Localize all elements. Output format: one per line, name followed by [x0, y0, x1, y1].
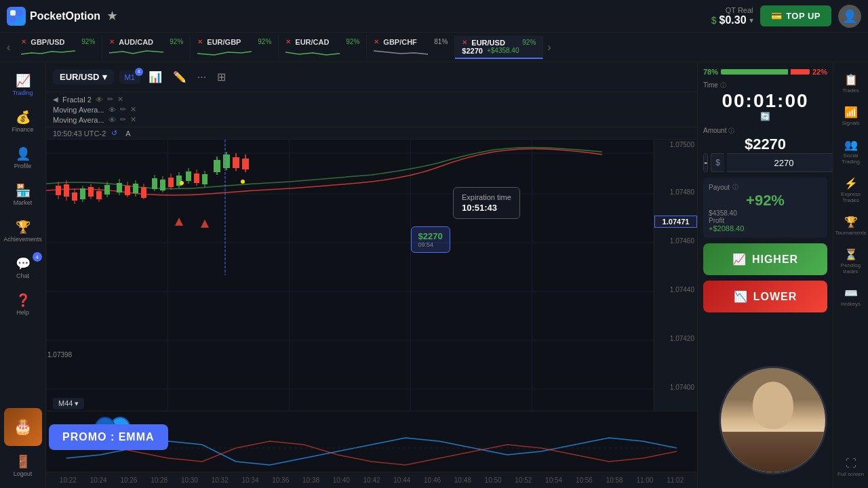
- sidebar-label-trading: Trading: [12, 89, 33, 96]
- sidebar-item-market[interactable]: 🏪 Market: [3, 178, 43, 211]
- lower-btn[interactable]: 📉 LOWER: [703, 281, 827, 312]
- more-icon[interactable]: ···: [195, 68, 209, 86]
- time-tick-6: 10:34: [235, 476, 266, 484]
- far-right-hotkeys[interactable]: ⌨️ Hotkeys: [835, 281, 867, 312]
- far-right-fullscreen[interactable]: ⛶ Full screen: [835, 452, 867, 483]
- indicator-name-1: Moving Avera...: [53, 106, 104, 114]
- payout-label: Payout ⓘ: [709, 183, 822, 192]
- far-right-tournaments[interactable]: 🏆 Tournaments: [835, 210, 867, 241]
- higher-label: HIGHER: [752, 253, 798, 266]
- ind-eye-2[interactable]: 👁: [108, 116, 116, 124]
- ind-pencil-0[interactable]: ✏: [107, 95, 113, 104]
- expiration-popup: Expiration time 10:51:43: [453, 187, 520, 219]
- win-bar-red: [791, 69, 810, 75]
- sidebar-item-logout[interactable]: 🚪 Logout: [3, 449, 43, 483]
- amount-controls: - $ +: [703, 153, 827, 172]
- sidebar-item-finance[interactable]: 💰 Finance: [3, 104, 43, 138]
- birthday-giveaway-card[interactable]: 🎂: [4, 408, 42, 446]
- account-info: QT Real $ $0.30 ▾: [711, 6, 753, 26]
- candle-15: [176, 172, 182, 188]
- amount-value: $2270: [703, 136, 827, 153]
- svg-rect-34: [133, 184, 138, 193]
- ind-close-2[interactable]: ✕: [130, 115, 136, 124]
- tab-gbpusd[interactable]: ✕ GBP/USD 92%: [14, 35, 102, 60]
- sidebar-item-achievements[interactable]: 🏆 Achievements: [3, 214, 43, 248]
- ind-close-0[interactable]: ✕: [117, 95, 123, 104]
- time-tick-3: 10:28: [144, 476, 174, 484]
- tabs-next-arrow[interactable]: ›: [543, 41, 555, 54]
- social-icon: 👥: [844, 138, 858, 151]
- candle-6: [96, 187, 102, 202]
- profit-value: +$2088.40: [709, 224, 822, 232]
- far-right-signals[interactable]: 📶 Signals: [835, 100, 867, 131]
- ind-pencil-1[interactable]: ✏: [120, 105, 126, 114]
- time-tick-13: 10:48: [448, 476, 478, 484]
- pending-icon: ⏳: [844, 248, 858, 261]
- tab-gbpchf[interactable]: ✕ GBP/CHF 81%: [367, 35, 455, 60]
- m44-timeframe-btn[interactable]: M44 ▾: [53, 398, 84, 409]
- ind-eye-0[interactable]: 👁: [96, 96, 103, 104]
- price-label-3: 1.07440: [670, 286, 694, 293]
- far-right-pending[interactable]: ⏳ Pending trades: [835, 243, 867, 280]
- topup-button[interactable]: 💳 TOP UP: [760, 5, 831, 26]
- candle-22: [242, 155, 249, 172]
- tab-eurcad[interactable]: ✕ EUR/CAD 92%: [279, 35, 367, 60]
- amount-minus-btn[interactable]: -: [703, 153, 708, 172]
- trade-popup-amount: $2270: [418, 231, 443, 241]
- far-right-express[interactable]: ⚡ Express Trades: [835, 171, 867, 209]
- time-tick-16: 10:54: [538, 476, 569, 484]
- sidebar-label-market: Market: [14, 199, 33, 206]
- tab-eurusd[interactable]: ✕ EUR/USD 92% $2270 +$4358.40: [455, 36, 543, 59]
- chart-type-icon[interactable]: 📊: [146, 68, 165, 86]
- ind-pencil-2[interactable]: ✏: [120, 115, 126, 124]
- edit-icon[interactable]: ✏️: [170, 68, 189, 86]
- svg-rect-56: [233, 157, 239, 168]
- time-tick-18: 10:58: [599, 476, 630, 484]
- ind-close-1[interactable]: ✕: [130, 105, 136, 114]
- svg-rect-50: [202, 174, 208, 184]
- ind-arrow-0[interactable]: ◀: [53, 96, 58, 103]
- topup-icon: 💳: [771, 11, 783, 21]
- logo: PocketOption ★: [7, 7, 117, 26]
- far-right-trades[interactable]: 📋 Trades: [835, 68, 867, 99]
- svg-rect-26: [96, 191, 102, 199]
- indicator-row-1: Moving Avera... 👁 ✏ ✕: [53, 105, 690, 114]
- svg-marker-62: [201, 220, 209, 228]
- signals-icon: 📶: [844, 106, 858, 119]
- time-tick-7: 10:36: [265, 476, 296, 484]
- far-right-social[interactable]: 👥 Social Trading: [835, 133, 867, 170]
- top-bar: PocketOption ★ QT Real $ $0.30 ▾ 💳 TOP U…: [0, 0, 868, 33]
- pending-label: Pending trades: [837, 262, 865, 274]
- tab-audcad[interactable]: ✕ AUD/CAD 92%: [102, 35, 191, 60]
- price-label-5: 1.07400: [670, 384, 694, 391]
- candle-16: [186, 168, 191, 184]
- express-label: Express Trades: [837, 191, 865, 203]
- win-rate-bar: 78% 22%: [703, 68, 827, 76]
- candle-19: [214, 157, 220, 175]
- sidebar-item-help[interactable]: ❓ Help: [3, 287, 43, 321]
- ind-eye-1[interactable]: 👁: [108, 106, 116, 114]
- sidebar-item-profile[interactable]: 👤 Profile: [3, 141, 43, 175]
- amount-input[interactable]: [727, 153, 833, 172]
- sidebar-item-trading[interactable]: 📈 Trading: [3, 68, 43, 102]
- indicator-row-2: Moving Avera... 👁 ✏ ✕: [53, 115, 690, 124]
- tab-eurgbp[interactable]: ✕ EUR/GBP 92%: [191, 35, 279, 60]
- grid-icon[interactable]: ⊞: [214, 68, 229, 86]
- svg-rect-44: [176, 176, 182, 186]
- tabs-prev-arrow[interactable]: ‹: [3, 41, 14, 54]
- avatar[interactable]: 👤: [838, 5, 861, 28]
- balance-dropdown[interactable]: ▾: [749, 16, 753, 25]
- chart-canvas[interactable]: 1.07500 1.07480 1.07460 1.07440 1.07420 …: [46, 140, 697, 411]
- sidebar-label-profile: Profile: [14, 163, 32, 169]
- star-icon[interactable]: ★: [107, 9, 117, 22]
- chart-refresh-icon[interactable]: ↺: [111, 129, 117, 138]
- svg-rect-1: [17, 10, 22, 16]
- candle-8: [117, 179, 122, 195]
- indicator-name-2: Moving Avera...: [53, 116, 104, 124]
- expiration-title: Expiration time: [462, 193, 511, 201]
- pair-selector[interactable]: EUR/USD ▾: [53, 69, 114, 85]
- higher-btn[interactable]: 📈 HIGHER: [703, 243, 827, 275]
- amount-label: Amount ⓘ: [703, 127, 827, 136]
- svg-rect-28: [104, 185, 110, 195]
- time-refresh-btn[interactable]: 🔄: [703, 112, 827, 121]
